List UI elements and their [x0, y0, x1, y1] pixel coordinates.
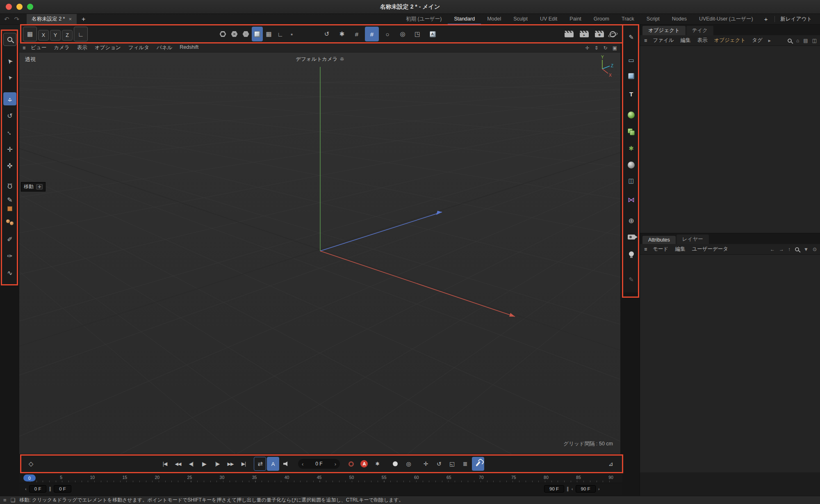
key-pla-wrench-icon[interactable]	[472, 457, 484, 471]
maximize-view-icon[interactable]: ▣	[613, 45, 617, 51]
commander-search-icon[interactable]	[3, 33, 16, 46]
spline-pen-icon[interactable]: ✎	[625, 31, 638, 43]
annotate-pencil-icon[interactable]: ✎	[625, 274, 638, 286]
previous-frame-button[interactable]: ◀|	[185, 457, 197, 471]
quantize-snap-icon[interactable]: #	[365, 27, 379, 41]
range-start-field-b[interactable]: 0 F	[54, 485, 71, 493]
scale-tool-icon[interactable]: ↔	[3, 126, 16, 139]
key-scale-icon[interactable]: ◱	[446, 457, 458, 471]
modeling-settings-gear-icon[interactable]: ✱	[335, 27, 349, 41]
spline-boolean-icon[interactable]: ◫	[625, 175, 638, 187]
object-manager-menu-item[interactable]: オブジェクト	[714, 37, 745, 44]
model-mode-icon[interactable]	[252, 27, 263, 41]
object-manager-menu-item[interactable]: タグ	[752, 37, 763, 44]
autokey-letter-icon[interactable]: A	[267, 457, 279, 471]
points-mode-icon[interactable]	[217, 27, 228, 41]
new-document-tab-button[interactable]: +	[77, 16, 90, 23]
render-settings-icon[interactable]: ✱	[592, 27, 606, 41]
object-manager-tab[interactable]: オブジェクト	[642, 26, 686, 35]
layout-tab[interactable]: Groom	[588, 14, 615, 25]
camera-label[interactable]: デフォルトカメラ✇	[19, 56, 620, 63]
home-icon[interactable]: ⌂	[796, 38, 799, 43]
spline-primitive-icon[interactable]: ▭	[625, 54, 638, 66]
attributes-menu-item[interactable]: 編集	[675, 246, 685, 253]
search-icon[interactable]	[788, 39, 792, 43]
goto-start-button[interactable]: |◀	[159, 457, 171, 471]
live-selection-icon[interactable]: ➤	[3, 55, 16, 68]
y-axis-lock-button[interactable]: Y	[50, 30, 61, 41]
attributes-body[interactable]	[640, 255, 820, 472]
sound-icon[interactable]	[280, 457, 292, 471]
coordinate-system-icon[interactable]: ∟	[74, 27, 88, 41]
render-picture-viewer-icon[interactable]: ▸	[577, 27, 591, 41]
minimize-window-button[interactable]	[16, 4, 23, 10]
motext-icon[interactable]: T	[625, 88, 638, 100]
range-chevron-right-icon[interactable]: ›	[598, 486, 600, 491]
goto-end-button[interactable]: ▶|	[237, 457, 250, 471]
attributes-menu-item[interactable]: モード	[653, 246, 668, 253]
fields-gear-icon[interactable]: ✱	[625, 142, 638, 155]
range-chevron-left-icon[interactable]: ‹	[25, 486, 27, 491]
cloner-icon[interactable]	[625, 125, 638, 138]
spline-smooth-icon[interactable]: ∿	[3, 266, 16, 279]
object-manager-tab[interactable]: テイク	[686, 26, 713, 35]
layout-tab[interactable]: Track	[615, 14, 640, 25]
play-button[interactable]: ▶	[198, 457, 210, 471]
viewport-menu-item[interactable]: Redshift	[176, 44, 202, 51]
current-frame-field[interactable]: ‹ 0 F ›	[298, 459, 340, 469]
back-arrow-icon[interactable]: ←	[770, 246, 775, 252]
brush-tool-icon[interactable]: ✐	[3, 233, 16, 246]
filter-icon[interactable]: ▼	[804, 246, 809, 252]
previous-key-button[interactable]: ◀◀	[172, 457, 184, 471]
light-icon[interactable]	[625, 248, 638, 260]
key-position-icon[interactable]: ✛	[419, 457, 432, 471]
x-axis-lock-button[interactable]: X	[38, 30, 49, 41]
panel-options-icon[interactable]: ◫	[812, 38, 817, 43]
snap-grid-icon[interactable]: #	[350, 27, 364, 41]
particle-spheres-icon[interactable]	[3, 218, 16, 226]
workplane-mode-icon[interactable]: ∟	[275, 27, 286, 41]
undo-icon[interactable]: ↶	[4, 16, 9, 23]
transfer-tool-icon[interactable]: ✛	[3, 143, 16, 156]
auto-workplane-icon[interactable]: A	[426, 27, 440, 41]
forward-arrow-icon[interactable]: →	[779, 246, 784, 252]
keyframe-target-icon[interactable]: ◎	[402, 457, 415, 471]
polygons-mode-icon[interactable]	[240, 27, 251, 41]
range-start-field[interactable]: 0 F	[29, 485, 47, 493]
layout-tab[interactable]: Nodes	[666, 14, 693, 25]
next-key-button[interactable]: ▶▶	[224, 457, 237, 471]
axis-scale-tool-icon[interactable]: ✜	[3, 159, 16, 172]
layout-tab[interactable]: Standard	[448, 14, 481, 25]
volume-icon[interactable]	[625, 159, 638, 171]
attributes-menu-item[interactable]: ユーザーデータ	[692, 246, 728, 253]
layout-tab[interactable]: UV Edit	[534, 14, 563, 25]
attributes-tab[interactable]: レイヤー	[676, 235, 709, 244]
render-view-icon[interactable]	[562, 27, 576, 41]
hamburger-icon[interactable]: ≡	[644, 38, 647, 43]
loop-mode-icon[interactable]: ⇄	[254, 457, 266, 471]
keyframe-diamond-icon[interactable]: ◇	[25, 457, 37, 471]
up-arrow-icon[interactable]: ↑	[788, 246, 790, 252]
object-list[interactable]	[640, 46, 820, 233]
search-icon[interactable]	[795, 247, 799, 251]
pen-tool-icon[interactable]: ✎	[3, 196, 16, 204]
snap-ring-icon[interactable]: ○	[380, 27, 394, 41]
menu-overflow-arrow-icon[interactable]: ▸	[768, 37, 771, 43]
layout-tab[interactable]: Model	[481, 14, 507, 25]
layout-tab[interactable]: Paint	[563, 14, 588, 25]
redo-icon[interactable]: ↷	[14, 16, 20, 23]
keyframe-selection-icon[interactable]	[389, 457, 401, 471]
playhead-marker[interactable]: 0	[23, 474, 36, 481]
close-window-button[interactable]	[6, 4, 12, 10]
attributes-tab[interactable]: Attributes	[642, 236, 676, 244]
move-tool-icon[interactable]: ↔↕	[3, 92, 16, 105]
open-fcurve-icon[interactable]: ⊿	[604, 457, 617, 471]
viewport-menu-item[interactable]: カメラ	[50, 44, 73, 51]
layout-tab[interactable]: Sculpt	[507, 14, 534, 25]
record-keyframe-icon[interactable]	[345, 457, 357, 471]
symmetry-icon[interactable]: ⋈	[625, 194, 638, 206]
hamburger-icon[interactable]: ≡	[23, 45, 25, 51]
pan-view-icon[interactable]: ✛	[585, 45, 589, 51]
key-parameter-icon[interactable]: ≣	[459, 457, 471, 471]
enable-axis-icon[interactable]: ↺	[320, 27, 334, 41]
